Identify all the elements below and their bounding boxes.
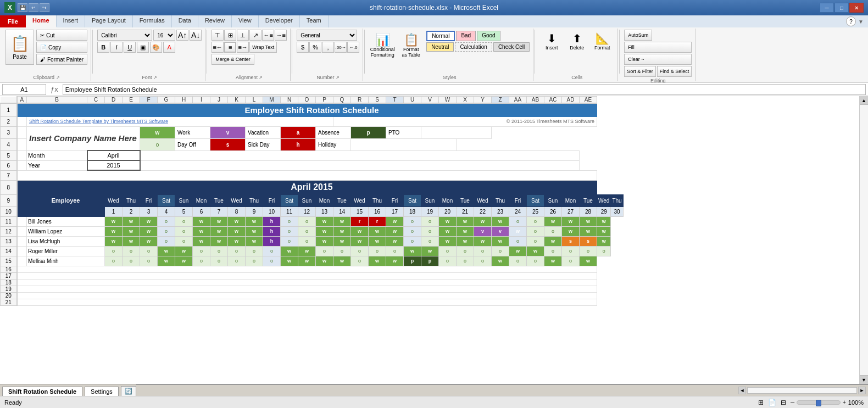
fill-btn[interactable]: Fill xyxy=(624,42,692,53)
tab-file[interactable]: File xyxy=(0,15,26,27)
h-scroll-track[interactable] xyxy=(747,387,857,394)
view-normal-btn[interactable]: ⊞ xyxy=(758,399,764,406)
row-9: 9 Employee Wed Thu Fri Sat Sun Mon Tue W… xyxy=(1,194,624,206)
format-btn[interactable]: 📐 Format xyxy=(590,30,614,53)
tab-home[interactable]: Home xyxy=(26,15,57,27)
clear-btn[interactable]: Clear ~ xyxy=(624,54,692,65)
number-format-select[interactable]: General xyxy=(297,30,357,41)
conditional-formatting-btn[interactable]: 📊 Conditional Formatting xyxy=(369,31,396,60)
cell-title[interactable]: Employee Shift Rotation Schedule xyxy=(27,103,597,116)
scroll-left-btn[interactable]: ◄ xyxy=(738,387,746,394)
increase-font-btn[interactable]: A↑ xyxy=(176,30,188,41)
col-header-row: A B C D E F G H I J K L M N O xyxy=(1,97,624,104)
row-num-11: 11 xyxy=(1,216,17,226)
quick-undo[interactable]: ↩ xyxy=(29,3,38,12)
tab-team[interactable]: Team xyxy=(300,15,329,27)
tab-developer[interactable]: Developer xyxy=(259,15,300,27)
align-left-btn[interactable]: ≡← xyxy=(212,42,224,53)
scroll-right-btn[interactable]: ► xyxy=(858,387,866,394)
company-name[interactable]: Insert Company Name Here xyxy=(27,126,140,150)
view-page-break-btn[interactable]: ⊟ xyxy=(781,399,786,406)
font-family-select[interactable]: Calibri xyxy=(97,30,152,41)
delete-btn[interactable]: ⬆ Delete xyxy=(565,30,589,53)
close-btn[interactable]: ✕ xyxy=(849,3,864,13)
comma-btn[interactable]: , xyxy=(322,42,334,53)
year-value[interactable]: 2015 xyxy=(87,160,140,170)
col-V: V xyxy=(421,97,439,104)
employee-william: William Lopez xyxy=(27,226,105,236)
tab-data[interactable]: Data xyxy=(172,15,198,27)
style-calculation[interactable]: Calculation xyxy=(455,42,492,52)
style-check-cell[interactable]: Check Cell xyxy=(493,42,530,52)
align-top-btn[interactable]: ⊤ xyxy=(212,30,224,41)
cell-reference-box[interactable] xyxy=(2,84,46,95)
align-right-btn[interactable]: ≡→ xyxy=(237,42,249,53)
tab-formulas[interactable]: Formulas xyxy=(133,15,172,27)
zoom-slider[interactable] xyxy=(797,400,841,405)
quick-save[interactable]: 💾 xyxy=(18,3,27,12)
underline-button[interactable]: U xyxy=(124,42,136,53)
insert-btn[interactable]: ⬇ Insert xyxy=(539,30,564,53)
align-middle-btn[interactable]: ⊞ xyxy=(224,30,236,41)
sort-filter-btn[interactable]: Sort & Filter xyxy=(624,66,656,77)
decimal-decrease-btn[interactable]: ←.0 xyxy=(347,42,359,53)
paste-button[interactable]: 📋 Paste xyxy=(5,30,34,65)
cells-area[interactable]: A B C D E F G H I J K L M N O xyxy=(0,96,859,384)
decrease-font-btn[interactable]: A↓ xyxy=(190,30,202,41)
styles-label: Styles xyxy=(443,74,457,80)
font-size-select[interactable]: 16 xyxy=(153,30,175,41)
tab-insert[interactable]: Insert xyxy=(57,15,86,27)
tab-page-layout[interactable]: Page Layout xyxy=(85,15,133,27)
cell-A1[interactable] xyxy=(17,103,27,116)
number-group: General $ % , .00→ ←.0 Number ↗ xyxy=(293,29,363,81)
autosum-btn[interactable]: AutoSum xyxy=(624,30,652,41)
fill-color-btn[interactable]: 🎨 xyxy=(150,42,162,53)
italic-button[interactable]: I xyxy=(110,42,123,53)
align-bottom-btn[interactable]: ⊥ xyxy=(237,30,249,41)
tab-review[interactable]: Review xyxy=(198,15,232,27)
cell-subtitle[interactable]: Shift Rotation Schedule Template by Time… xyxy=(27,116,333,126)
new-sheet-btn[interactable]: 🔄 xyxy=(121,386,136,396)
col-W: W xyxy=(439,97,457,104)
bold-button[interactable]: B xyxy=(97,42,109,53)
style-bad[interactable]: Bad xyxy=(456,31,476,41)
style-neutral[interactable]: Neutral xyxy=(426,42,454,52)
h-scroll-area[interactable]: ◄ ► xyxy=(136,384,868,396)
format-as-table-btn[interactable]: 📋 Format as Table xyxy=(398,31,424,60)
vertical-scrollbar[interactable]: ▲ ▼ xyxy=(859,96,868,384)
tab-sheet-rotation[interactable]: Shift Rotation Schedule xyxy=(2,387,82,396)
tab-settings[interactable]: Settings xyxy=(85,387,119,396)
style-good[interactable]: Good xyxy=(477,31,500,41)
zoom-in-btn[interactable]: + xyxy=(843,399,846,405)
ribbon-minimize[interactable]: ▼ xyxy=(858,19,864,25)
style-normal[interactable]: Normal xyxy=(426,31,455,41)
merge-center-btn[interactable]: Merge & Center xyxy=(212,54,254,65)
percent-btn[interactable]: % xyxy=(309,42,321,53)
minimize-btn[interactable]: ─ xyxy=(820,3,834,13)
indent-decrease-btn[interactable]: ←≡ xyxy=(262,30,274,41)
align-center-btn[interactable]: ≡ xyxy=(224,42,236,53)
find-select-btn[interactable]: Find & Select xyxy=(657,66,692,77)
view-page-btn[interactable]: 📄 xyxy=(768,399,776,406)
col-J: J xyxy=(210,97,228,104)
text-direction-btn[interactable]: ↗ xyxy=(249,30,261,41)
format-painter-button[interactable]: 🖌 Format Painter xyxy=(36,54,87,65)
cells-group: ⬇ Insert ⬆ Delete 📐 Format Cells xyxy=(536,29,618,81)
ribbon-help[interactable]: ? xyxy=(846,16,856,26)
restore-btn[interactable]: □ xyxy=(834,3,849,13)
decimal-increase-btn[interactable]: .00→ xyxy=(335,42,347,53)
formula-input[interactable] xyxy=(63,84,866,95)
month-value[interactable]: April xyxy=(87,150,140,160)
zoom-out-btn[interactable]: ─ xyxy=(791,399,794,405)
currency-btn[interactable]: $ xyxy=(297,42,309,53)
tab-view[interactable]: View xyxy=(232,15,259,27)
copy-button[interactable]: 📄 Copy xyxy=(36,42,87,53)
row-num-1: 1 xyxy=(1,103,17,116)
border-button[interactable]: ▣ xyxy=(137,42,149,53)
quick-redo[interactable]: ↪ xyxy=(40,3,49,12)
font-color-btn[interactable]: A xyxy=(163,42,175,53)
cell-A2[interactable] xyxy=(17,116,27,126)
cut-button[interactable]: ✂ Cut xyxy=(36,30,87,41)
indent-increase-btn[interactable]: →≡ xyxy=(275,30,287,41)
wrap-text-btn[interactable]: Wrap Text xyxy=(249,42,277,53)
